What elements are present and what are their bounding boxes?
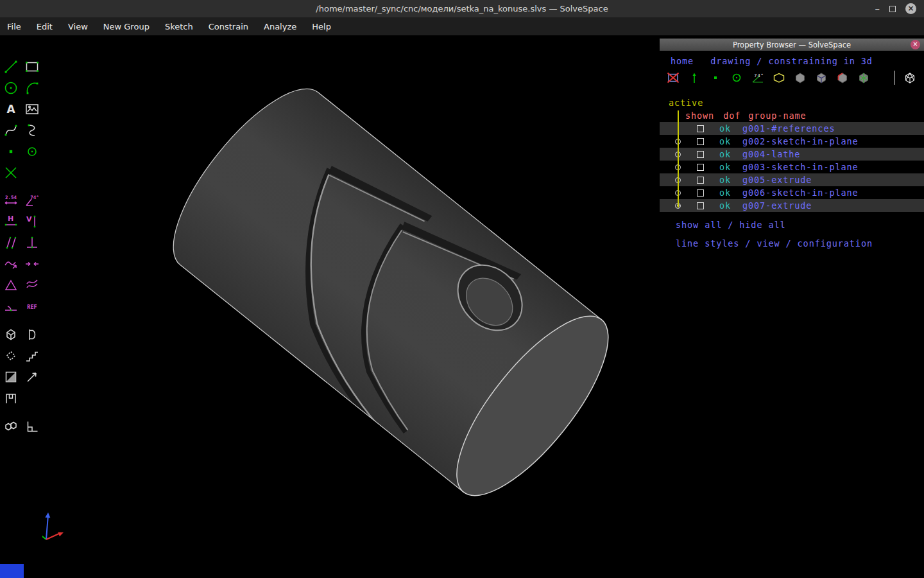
shown-checkbox[interactable] [697,202,704,209]
image-tool[interactable] [21,98,42,119]
on-point-constraint-tool[interactable] [21,253,42,274]
text-tool[interactable]: A [0,98,21,119]
helix-group-tool[interactable] [0,345,21,366]
group-row-g005[interactable]: ok g005-extrude [660,173,924,186]
model-cylinder[interactable] [144,67,633,523]
display-mesh-button[interactable] [853,69,874,87]
parallel-curves-tool[interactable] [21,274,42,295]
display-edges-button[interactable] [810,69,832,87]
arc-tool[interactable] [21,77,42,98]
extrude-group-tool[interactable] [0,324,21,345]
step-rotate-group-tool[interactable] [21,366,42,387]
reference-dimension-icon: REF [24,298,40,315]
menu-analyze[interactable]: Analyze [258,19,302,34]
window-title: /home/master/_sync/cnc/модели/setka_na_k… [0,4,924,13]
group-name-link[interactable]: g001-#references [742,123,835,134]
toolbar-separator [894,71,894,85]
menu-constrain[interactable]: Constrain [203,19,254,34]
step-translate-group-tool[interactable] [21,345,42,366]
toggle-dimensions-button[interactable]: 74° [747,69,768,87]
close-button[interactable]: × [905,3,916,14]
shown-checkbox[interactable] [697,189,704,197]
shown-checkbox[interactable] [697,164,704,171]
toggle-outlines-button[interactable] [768,69,789,87]
spline-tool[interactable] [21,119,42,141]
perpendicular-constraint-tool[interactable] [21,232,42,253]
group-row-g007[interactable]: ok g007-extrude [660,199,924,212]
toggle-construction-button[interactable] [726,69,747,87]
shown-checkbox[interactable] [697,151,704,158]
parallel-constraint-tool[interactable] [0,232,21,253]
symmetric-constraint-tool[interactable] [0,274,21,295]
sketch-in-plane-tool[interactable] [0,387,21,408]
line-segment-tool[interactable] [0,56,21,77]
display-shaded-button[interactable] [789,69,810,87]
rectangle-tool[interactable] [21,56,42,77]
shown-checkbox[interactable] [697,138,704,145]
menu-help[interactable]: Help [306,19,337,34]
distance-constraint-tool[interactable]: 2.54 [0,189,21,211]
active-label: active [660,98,924,108]
circle-tool[interactable] [0,77,21,98]
maximize-button[interactable] [889,6,896,12]
menu-edit[interactable]: Edit [31,19,58,34]
vertical-constraint-icon: V [24,213,40,230]
symmetric-constraint-icon [3,277,19,293]
bezier-tool[interactable] [0,119,21,141]
datum-point-tool[interactable] [0,141,21,162]
show-hide-links[interactable]: show all / hide all [660,220,924,230]
corner-group-tool[interactable] [21,416,42,437]
shown-checkbox[interactable] [697,125,704,132]
display-hidden-lines-icon [902,70,918,85]
group-name-link[interactable]: g002-sketch-in-plane [742,136,859,146]
horizontal-constraint-tool[interactable]: H [0,211,21,232]
group-name-link[interactable]: g005-extrude [742,175,812,185]
snap-to-curve-tool[interactable] [0,253,21,274]
display-outlines-button[interactable] [832,69,853,87]
angle-constraint-tool[interactable]: 74° [21,189,42,211]
link-file-tool[interactable] [0,416,21,437]
perpendicular-constraint-icon [24,234,40,251]
construction-tool[interactable] [21,141,42,162]
property-browser-titlebar[interactable]: Property Browser — SolveSpace × [660,39,924,51]
arc-icon [24,80,40,96]
property-browser-nav: home drawing / constraining in 3d [660,56,924,66]
svg-text:REF: REF [27,303,37,310]
group-row-g001[interactable]: ok g001-#references [660,122,924,135]
image-icon [24,101,40,118]
svg-text:A: A [6,103,15,116]
display-outlines-icon [835,70,850,85]
supplementary-angle-tool[interactable] [0,295,21,317]
menu-file[interactable]: File [1,19,27,34]
solvespace-window: /home/master/_sync/cnc/модели/setka_na_k… [0,0,924,578]
vertical-constraint-tool[interactable]: V [21,211,42,232]
group-name-link[interactable]: g006-sketch-in-plane [742,188,859,198]
minimize-button[interactable]: – [875,6,880,12]
group-row-g004[interactable]: ok g004-lathe [660,148,924,161]
group-name-link[interactable]: g007-extrude [742,200,812,211]
display-hidden-lines-button[interactable] [899,69,920,87]
helix-icon [3,347,19,364]
toggle-points-button[interactable] [705,69,726,87]
group-name-link[interactable]: g004-lathe [742,149,800,159]
sketch-in-3d-tool[interactable] [0,366,21,387]
reference-dimension-tool[interactable]: REF [21,295,42,317]
titlebar[interactable]: /home/master/_sync/cnc/модели/setka_na_k… [0,0,924,17]
shown-checkbox[interactable] [697,177,704,184]
config-links[interactable]: line styles / view / configuration [660,238,924,249]
toggle-workplanes-button[interactable] [662,69,683,87]
home-link[interactable]: home [671,56,694,66]
property-browser-close-button[interactable]: × [911,40,920,49]
group-row-g006[interactable]: ok g006-sketch-in-plane [660,186,924,199]
menu-new-group[interactable]: New Group [98,19,155,34]
split-curves-tool[interactable] [0,162,21,183]
group-dof: ok [719,162,739,172]
lathe-group-tool[interactable] [21,324,42,345]
group-row-g003[interactable]: ok g003-sketch-in-plane [660,161,924,173]
toggle-normals-button[interactable] [683,69,705,87]
extrude-icon [3,326,19,343]
group-name-link[interactable]: g003-sketch-in-plane [742,162,859,172]
group-row-g002[interactable]: ok g002-sketch-in-plane [660,135,924,148]
menu-view[interactable]: View [62,19,94,34]
menu-sketch[interactable]: Sketch [159,19,199,34]
